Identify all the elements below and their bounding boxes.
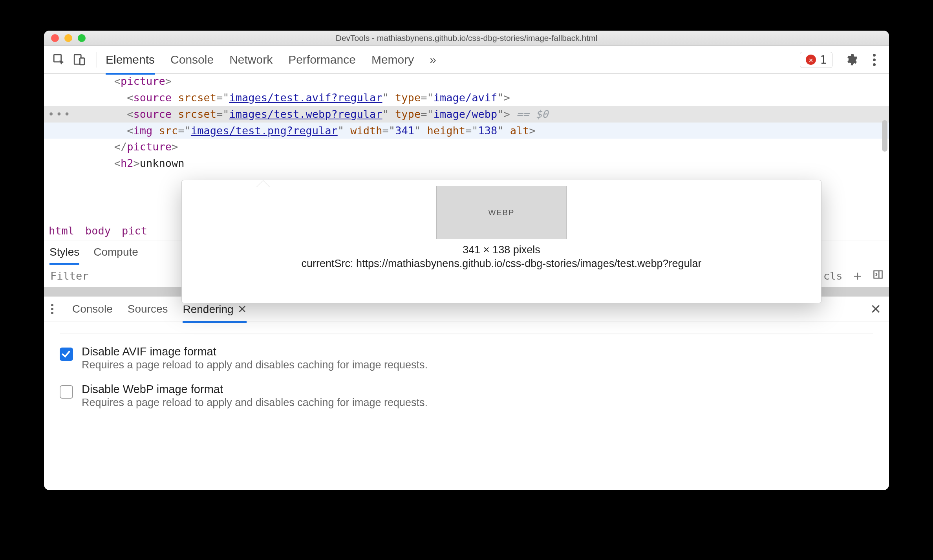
tab-elements[interactable]: Elements xyxy=(106,53,155,66)
toolbar-divider xyxy=(97,52,97,68)
close-tab-icon[interactable]: ✕ xyxy=(238,303,247,315)
dom-row-selected[interactable]: ••• <source srcset="images/test.webp?reg… xyxy=(44,106,889,123)
row-actions-icon[interactable]: ••• xyxy=(48,106,72,123)
panel-tabs: Elements Console Network Performance Mem… xyxy=(106,53,436,66)
svg-rect-2 xyxy=(80,58,84,65)
option-desc: Requires a page reload to apply and disa… xyxy=(82,397,428,409)
new-style-rule-icon[interactable]: + xyxy=(854,268,862,284)
window-title: DevTools - mathiasbynens.github.io/css-d… xyxy=(44,33,889,43)
main-toolbar: Elements Console Network Performance Mem… xyxy=(44,46,889,74)
tab-memory[interactable]: Memory xyxy=(371,53,414,66)
svg-rect-3 xyxy=(874,271,882,278)
tab-performance[interactable]: Performance xyxy=(288,53,356,66)
dom-row[interactable]: <picture> xyxy=(44,74,889,90)
tabs-overflow-icon[interactable]: » xyxy=(430,53,436,66)
traffic-lights xyxy=(51,34,86,42)
image-dimensions: 341 × 138 pixels xyxy=(463,244,540,256)
dom-row[interactable]: <h2>unknown xyxy=(44,155,889,172)
image-hover-popover: WEBP 341 × 138 pixels currentSrc: https:… xyxy=(181,180,821,303)
tab-network[interactable]: Network xyxy=(229,53,273,66)
drawer-menu-icon[interactable] xyxy=(51,304,53,314)
image-thumbnail: WEBP xyxy=(436,186,567,239)
drawer-tab-sources[interactable]: Sources xyxy=(128,303,168,315)
tab-console[interactable]: Console xyxy=(170,53,214,66)
titlebar: DevTools - mathiasbynens.github.io/css-d… xyxy=(44,31,889,46)
error-icon: ✕ xyxy=(806,55,816,65)
image-current-src: currentSrc: https://mathiasbynens.github… xyxy=(301,258,701,270)
close-window-icon[interactable] xyxy=(51,34,59,42)
close-drawer-icon[interactable]: ✕ xyxy=(870,301,881,317)
error-count: 1 xyxy=(820,53,827,66)
option-desc: Requires a page reload to apply and disa… xyxy=(82,359,428,371)
drawer-tab-console[interactable]: Console xyxy=(72,303,113,315)
option-title: Disable WebP image format xyxy=(82,383,428,396)
option-disable-avif: Disable AVIF image format Requires a pag… xyxy=(60,345,873,371)
toggle-sidebar-icon[interactable] xyxy=(873,269,884,282)
subtab-styles[interactable]: Styles xyxy=(49,246,79,258)
checkbox-disable-avif[interactable] xyxy=(60,348,73,361)
drawer-tab-rendering[interactable]: Rendering✕ xyxy=(183,303,246,316)
crumb[interactable]: body xyxy=(85,225,111,237)
subtab-computed[interactable]: Compute xyxy=(93,246,138,258)
crumb[interactable]: html xyxy=(49,225,74,237)
zoom-window-icon[interactable] xyxy=(78,34,86,42)
checkbox-disable-webp[interactable] xyxy=(60,385,73,399)
rendering-panel: Disable AVIF image format Requires a pag… xyxy=(44,322,889,432)
inspect-element-icon[interactable] xyxy=(50,51,68,68)
kebab-menu-icon[interactable] xyxy=(865,51,883,68)
dom-row-hover[interactable]: <img src="images/test.png?regular" width… xyxy=(44,123,889,139)
scrollbar-thumb[interactable] xyxy=(882,120,887,152)
dom-row[interactable]: </picture> xyxy=(44,139,889,155)
error-count-badge[interactable]: ✕ 1 xyxy=(800,52,832,68)
option-title: Disable AVIF image format xyxy=(82,345,428,358)
minimize-window-icon[interactable] xyxy=(64,34,72,42)
dom-row[interactable]: <source srcset="images/test.avif?regular… xyxy=(44,90,889,106)
device-toggle-icon[interactable] xyxy=(71,51,88,68)
settings-gear-icon[interactable] xyxy=(843,51,860,68)
option-disable-webp: Disable WebP image format Requires a pag… xyxy=(60,383,873,409)
crumb[interactable]: pict xyxy=(122,225,147,237)
